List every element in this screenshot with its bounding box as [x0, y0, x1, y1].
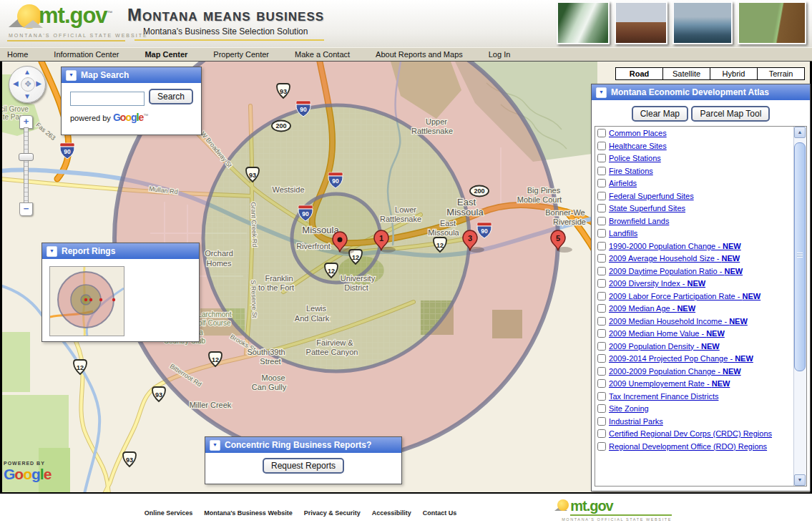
checkbox-2009-unemployement-rate[interactable] — [597, 379, 606, 388]
checkbox-2009-population-density[interactable] — [597, 342, 606, 351]
layer-link-2000-2009-population-change[interactable]: 2000-2009 Population Change - NEW — [609, 367, 741, 376]
layer-link-healthcare-sites[interactable]: Healthcare Sites — [609, 142, 667, 150]
layer-link-2009-median-household-income[interactable]: 2009 Median Household Income - NEW — [609, 317, 748, 326]
checkbox-landfills[interactable] — [597, 229, 606, 238]
nav-item-make-a-contact[interactable]: Make a Contact — [295, 50, 350, 59]
layer-link-2009-unemployement-rate[interactable]: 2009 Unemployement Rate - NEW — [609, 379, 730, 388]
map-search-header[interactable]: ▼ Map Search — [62, 67, 201, 83]
scroll-down-icon[interactable]: ▼ — [794, 474, 806, 486]
atlas-scrollbar[interactable]: ▲ ▼ — [793, 127, 806, 486]
zoom-slider-track[interactable] — [24, 127, 29, 204]
concentric-header[interactable]: ▼ Concentric Ring Business Reports? — [205, 437, 401, 453]
layer-link-2009-average-household-size[interactable]: 2009 Average Household Size - NEW — [609, 254, 740, 263]
nav-item-about-reports-and-maps[interactable]: About Reports and Maps — [376, 50, 463, 59]
layer-link-2009-2014-projected-pop-change[interactable]: 2009-2014 Projected Pop Change - NEW — [609, 354, 753, 363]
collapse-icon[interactable]: ▼ — [596, 87, 607, 98]
checkbox-2000-2009-population-change[interactable] — [597, 367, 606, 376]
google-logo: Google — [4, 466, 51, 483]
nav-item-information-center[interactable]: Information Center — [54, 50, 119, 59]
checkbox-regional-development-office-rdo-regions[interactable] — [597, 442, 606, 451]
layer-link-state-superfund-sites[interactable]: State Superfund Sites — [609, 204, 685, 212]
pan-down-icon[interactable]: ▼ — [24, 93, 31, 100]
scrollbar-thumb[interactable] — [794, 142, 806, 371]
checkbox-airfields[interactable] — [597, 179, 606, 187]
layer-link-1990-2000-population-change[interactable]: 1990-2000 Population Change - NEW — [609, 242, 741, 250]
layer-link-federal-superfund-sites[interactable]: Federal Superfund Sites — [609, 192, 694, 200]
pan-right-icon[interactable]: ▶ — [36, 80, 41, 87]
checkbox-2009-median-age[interactable] — [597, 304, 606, 313]
checkbox-2009-diversity-index[interactable] — [597, 279, 606, 288]
checkbox-2009-2014-projected-pop-change[interactable] — [597, 354, 606, 363]
checkbox-police-stations[interactable] — [597, 154, 606, 162]
layer-link-police-stations[interactable]: Police Stations — [609, 154, 661, 162]
map-type-satellite[interactable]: Satellite — [662, 67, 710, 80]
collapse-icon[interactable]: ▼ — [210, 440, 220, 451]
map-type-road[interactable]: Road — [615, 67, 663, 80]
footer-mtgov-logo[interactable]: mt.gov MONTANA'S OFFICIAL STATE WEBSITE — [560, 498, 672, 522]
nav-item-map-center[interactable]: Map Center — [145, 50, 187, 59]
layer-link-2009-labor-force-participation-rate[interactable]: 2009 Labor Force Participation Rate - NE… — [609, 292, 760, 300]
checkbox-2009-median-household-income[interactable] — [597, 317, 606, 326]
pan-up-icon[interactable]: ▲ — [24, 69, 31, 76]
checkbox-2009-daytime-population-ratio[interactable] — [597, 267, 606, 275]
checkbox-tax-increment-finance-districts[interactable] — [597, 392, 606, 401]
nav-item-log-in[interactable]: Log In — [489, 50, 511, 59]
collapse-icon[interactable]: ▼ — [66, 70, 77, 81]
checkbox-brownfield-lands[interactable] — [597, 217, 606, 225]
zoom-out-button[interactable]: − — [19, 202, 33, 216]
layer-link-brownfield-lands[interactable]: Brownfield Lands — [609, 217, 669, 225]
map-type-hybrid[interactable]: Hybrid — [710, 67, 758, 80]
layer-link-landfills[interactable]: Landfills — [609, 229, 637, 238]
pan-hand-icon[interactable]: ✥ — [21, 77, 35, 92]
layer-link-2009-population-density[interactable]: 2009 Population Density - NEW — [609, 342, 720, 351]
route-200-shield-icon: 200 — [272, 121, 290, 132]
nav-item-home[interactable]: Home — [7, 50, 28, 59]
nav-item-property-center[interactable]: Property Center — [213, 50, 269, 59]
checkbox-certified-regional-dev-corps-crdc-regions[interactable] — [597, 429, 606, 438]
checkbox-state-superfund-sites[interactable] — [597, 204, 606, 212]
report-rings-header[interactable]: ▼ Report Rings — [42, 243, 199, 259]
layer-link-airfields[interactable]: Airfields — [609, 179, 637, 187]
layer-link-2009-median-age[interactable]: 2009 Median Age - NEW — [609, 304, 695, 313]
search-button[interactable]: Search — [149, 89, 193, 104]
map-pan-control[interactable]: ▲ ▼ ◀ ▶ ✥ — [9, 66, 46, 103]
pan-left-icon[interactable]: ◀ — [13, 80, 19, 87]
map-type-terrain[interactable]: Terrain — [757, 67, 805, 80]
layer-link-certified-regional-dev-corps-crdc-regions[interactable]: Certified Regional Dev Corps (CRDC) Regi… — [609, 429, 772, 438]
layer-link-2009-median-home-value[interactable]: 2009 Median Home Value - NEW — [609, 329, 725, 338]
layer-link-2009-diversity-index[interactable]: 2009 Diversity Index - NEW — [609, 279, 705, 288]
layer-link-regional-development-office-rdo-regions[interactable]: Regional Development Office (RDO) Region… — [609, 442, 767, 451]
checkbox-2009-labor-force-participation-rate[interactable] — [597, 292, 606, 300]
search-input[interactable] — [70, 92, 145, 106]
checkbox-1990-2000-population-change[interactable] — [597, 242, 606, 250]
mtgov-logo[interactable]: mt.gov™ MONTANA'S OFFICIAL STATE WEBSITE — [7, 3, 129, 44]
checkbox-2009-average-household-size[interactable] — [597, 254, 606, 263]
layer-link-tax-increment-finance-districts[interactable]: Tax Increment Finance Districts — [609, 392, 718, 401]
concentric-title: Concentric Ring Business Reports? — [225, 440, 371, 450]
footer-link-contact-us[interactable]: Contact Us — [423, 509, 457, 517]
footer-link-online-services[interactable]: Online Services — [145, 509, 193, 517]
clear-map-button[interactable]: Clear Map — [632, 106, 688, 122]
layer-link-industrial-parks[interactable]: Industrial Parks — [609, 417, 663, 426]
checkbox-industrial-parks[interactable] — [597, 417, 606, 426]
checkbox-common-places[interactable] — [597, 129, 606, 137]
layer-link-2009-daytime-population-ratio[interactable]: 2009 Daytime Population Ratio - NEW — [609, 267, 743, 275]
checkbox-fire-stations[interactable] — [597, 167, 606, 175]
footer-link-privacy-security[interactable]: Privacy & Security — [304, 509, 361, 517]
atlas-header[interactable]: ▼ Montana Economic Development Atlas — [592, 84, 810, 100]
checkbox-federal-superfund-sites[interactable] — [597, 192, 606, 200]
map-label-lewis: Lewis — [306, 304, 327, 313]
checkbox-2009-median-home-value[interactable] — [597, 329, 606, 338]
layer-link-fire-stations[interactable]: Fire Stations — [609, 167, 653, 175]
checkbox-site-zoning[interactable] — [597, 404, 606, 413]
checkbox-healthcare-sites[interactable] — [597, 142, 606, 150]
request-reports-button[interactable]: Request Reports — [263, 458, 344, 474]
parcel-map-tool-button[interactable]: Parcel Map Tool — [691, 106, 770, 122]
zoom-slider-thumb[interactable] — [19, 153, 34, 161]
layer-link-common-places[interactable]: Common Places — [609, 129, 667, 137]
footer-link-accessibility[interactable]: Accessibility — [372, 509, 411, 517]
layer-link-site-zoning[interactable]: Site Zoning — [609, 404, 649, 413]
scroll-up-icon[interactable]: ▲ — [794, 127, 806, 138]
collapse-icon[interactable]: ▼ — [47, 246, 57, 257]
footer-link-montana-s-business-website[interactable]: Montana's Business Website — [204, 509, 293, 517]
